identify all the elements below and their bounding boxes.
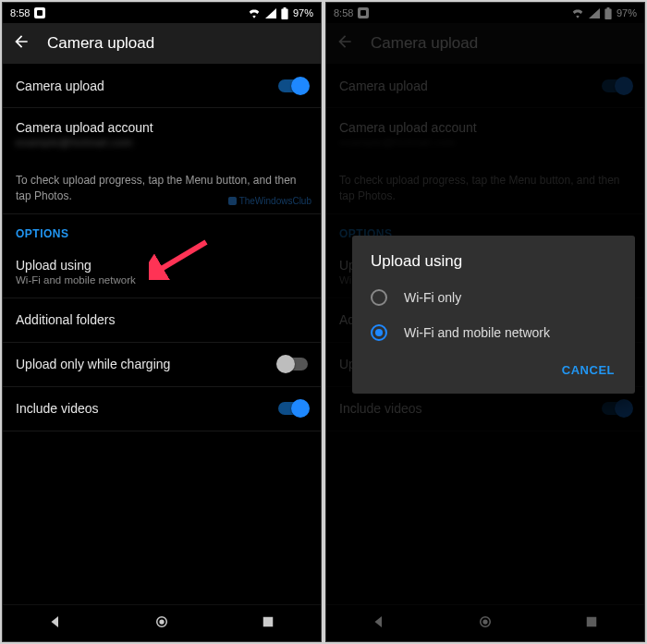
radio-option-wifi-only[interactable]: Wi-Fi only	[352, 280, 635, 315]
row-label: Camera upload	[16, 79, 104, 93]
radio-label: Wi-Fi and mobile network	[404, 325, 550, 340]
cancel-button[interactable]: CANCEL	[553, 356, 624, 384]
row-upload-while-charging[interactable]: Upload only while charging	[3, 343, 321, 387]
cellular-signal-icon	[265, 8, 276, 18]
dialog-title: Upload using	[352, 252, 635, 280]
battery-percent: 97%	[293, 7, 313, 18]
toggle-include-videos[interactable]	[278, 402, 308, 415]
radio-icon	[371, 289, 387, 306]
app-bar: Camera upload	[3, 23, 321, 64]
row-include-videos[interactable]: Include videos	[3, 387, 321, 431]
toggle-charging[interactable]	[278, 358, 308, 371]
row-additional-folders[interactable]: Additional folders	[3, 298, 321, 343]
account-email: example@hotmail.com	[16, 137, 153, 148]
back-arrow-icon[interactable]	[12, 32, 31, 55]
dialog-upload-using: Upload using Wi-Fi only Wi-Fi and mobile…	[352, 236, 635, 394]
upload-hint-text: To check upload progress, tap the Menu b…	[3, 160, 321, 214]
row-label: Upload only while charging	[16, 357, 170, 371]
clock: 8:58	[10, 7, 30, 18]
nav-back-icon[interactable]	[47, 614, 64, 634]
battery-icon	[281, 7, 288, 19]
toggle-camera-upload[interactable]	[278, 79, 308, 92]
radio-option-wifi-and-mobile[interactable]: Wi-Fi and mobile network	[352, 315, 635, 350]
row-sub: Wi-Fi and mobile network	[16, 274, 136, 286]
svg-rect-3	[262, 616, 273, 626]
row-label: Include videos	[16, 401, 99, 416]
nav-bar	[3, 604, 321, 641]
watermark: TheWindowsClub	[228, 195, 311, 208]
phone-screen-settings: 8:58 97% Camera upload Camera upload Cam…	[2, 2, 322, 642]
nav-home-icon[interactable]	[153, 614, 170, 634]
phone-screen-dialog: 8:58 97% Camera upload Camera upload Cam…	[325, 2, 645, 642]
radio-label: Wi-Fi only	[404, 290, 461, 305]
row-upload-account[interactable]: Camera upload account example@hotmail.co…	[3, 108, 321, 160]
radio-icon	[371, 324, 387, 341]
svg-point-2	[159, 619, 164, 624]
row-upload-using[interactable]: Upload using Wi-Fi and mobile network	[3, 246, 321, 298]
page-title: Camera upload	[47, 34, 154, 53]
row-label: Additional folders	[16, 312, 115, 327]
row-label: Upload using	[16, 258, 136, 273]
notification-app-icon	[34, 7, 45, 18]
nav-recent-icon[interactable]	[260, 614, 276, 634]
status-bar: 8:58 97%	[3, 3, 321, 23]
row-label: Camera upload account	[16, 120, 153, 135]
row-camera-upload[interactable]: Camera upload	[3, 64, 321, 108]
wifi-icon	[248, 8, 261, 18]
section-header-options: OPTIONS	[3, 214, 321, 246]
